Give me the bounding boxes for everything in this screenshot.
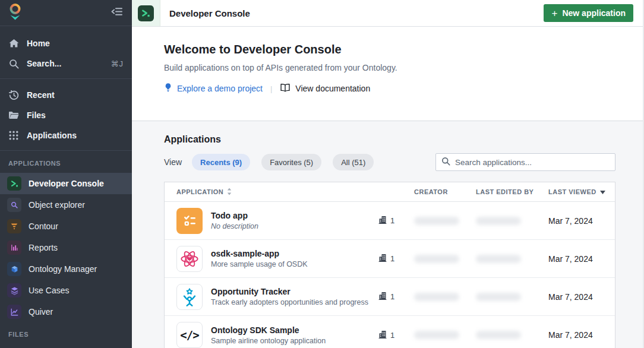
- tab-recents[interactable]: Recents (9): [192, 154, 250, 170]
- sidebar-item-files[interactable]: Files: [0, 105, 132, 125]
- organization-icon: [378, 292, 387, 302]
- sidebar-item-reports[interactable]: Reports: [0, 237, 132, 258]
- sidebar-item-label: Home: [27, 39, 50, 48]
- app-description: More sample usage of OSDK: [211, 260, 308, 268]
- view-label: View: [164, 157, 182, 167]
- sidebar-nav-primary: Home Search... ⌘J: [0, 26, 132, 78]
- organization-count: 1: [378, 292, 414, 302]
- react-atom-icon: [176, 246, 203, 272]
- new-application-button[interactable]: + New application: [544, 4, 633, 22]
- app-description: Track early adopters opportunities and p…: [211, 298, 368, 306]
- last-viewed-date: Mar 7, 2024: [548, 216, 615, 226]
- column-application[interactable]: APPLICATION: [165, 188, 378, 197]
- welcome-subtitle: Build applications on top of APIs genera…: [164, 63, 615, 72]
- sidebar-item-object-explorer[interactable]: Object explorer: [0, 194, 132, 216]
- explore-demo-link[interactable]: Explore a demo project: [164, 83, 263, 94]
- plus-icon: +: [551, 8, 557, 18]
- sidebar-applications-section: APPLICATIONS Developer Console Object ex…: [0, 150, 132, 344]
- search-icon: [441, 157, 450, 168]
- app-description: No description: [211, 222, 258, 230]
- last-viewed-date: Mar 7, 2024: [548, 292, 615, 302]
- app-icon-box: [132, 0, 160, 26]
- contour-icon: [7, 219, 21, 233]
- quiver-icon: [7, 305, 21, 319]
- organization-icon: [378, 330, 387, 340]
- book-icon: [280, 83, 291, 94]
- column-last-viewed[interactable]: LAST VIEWED: [548, 188, 615, 195]
- collapse-sidebar-icon[interactable]: [111, 7, 122, 18]
- link-separator: |: [270, 84, 272, 93]
- column-last-edited-by[interactable]: LAST EDITED BY: [476, 188, 548, 195]
- sort-updown-icon[interactable]: [227, 188, 232, 197]
- table-row[interactable]: osdk-sample-app More sample usage of OSD…: [165, 240, 615, 278]
- sidebar-item-contour[interactable]: Contour: [0, 216, 132, 237]
- ontology-manager-icon: [7, 262, 21, 276]
- sidebar-item-ontology-manager[interactable]: Ontology Manager: [0, 258, 132, 280]
- organization-icon: [378, 216, 387, 226]
- app-name[interactable]: osdk-sample-app: [211, 249, 308, 258]
- organization-count: 1: [378, 216, 414, 226]
- tab-favorites[interactable]: Favorites (5): [261, 154, 321, 170]
- sidebar-item-applications[interactable]: Applications: [0, 125, 132, 145]
- table-row[interactable]: </> Ontology SDK Sample Sample airline o…: [165, 316, 615, 348]
- last-viewed-date: Mar 7, 2024: [548, 330, 615, 340]
- app-name[interactable]: Ontology SDK Sample: [211, 325, 326, 335]
- use-cases-icon: [7, 283, 21, 298]
- sidebar-item-label: Applications: [27, 131, 77, 140]
- main-panel: Developer Console + New application Welc…: [132, 0, 644, 348]
- sidebar-nav-secondary: Recent Files Applications: [0, 78, 132, 150]
- view-documentation-link[interactable]: View documentation: [280, 83, 370, 94]
- table-row[interactable]: Todo app No description 1 Mar 7, 2024: [165, 202, 615, 240]
- sidebar-item-home[interactable]: Home: [0, 33, 132, 53]
- lightbulb-icon: [164, 83, 172, 94]
- app-name[interactable]: Opportunity Tracker: [211, 287, 368, 296]
- redacted-last-edited-by: [476, 217, 521, 225]
- app-header: Developer Console + New application: [132, 0, 643, 27]
- object-explorer-icon: [7, 198, 21, 212]
- todo-checklist-icon: [176, 208, 203, 234]
- applications-search[interactable]: [435, 153, 615, 171]
- column-creator[interactable]: CREATOR: [414, 188, 476, 195]
- search-applications-input[interactable]: [455, 158, 610, 167]
- table-row[interactable]: Opportunity Tracker Track early adopters…: [165, 278, 615, 316]
- page-title: Developer Console: [169, 8, 250, 18]
- sidebar-item-developer-console[interactable]: Developer Console: [0, 173, 132, 194]
- organization-icon: [378, 254, 387, 264]
- sidebar-item-label: Reports: [29, 243, 58, 252]
- tab-all[interactable]: All (51): [333, 154, 374, 170]
- redacted-last-edited-by: [476, 255, 521, 263]
- sidebar-item-recent[interactable]: Recent: [0, 85, 132, 105]
- sidebar-item-label: Object explorer: [29, 200, 85, 210]
- applications-controls: View Recents (9) Favorites (5) All (51): [164, 153, 615, 171]
- organization-count: 1: [378, 330, 414, 340]
- home-icon: [8, 39, 19, 48]
- last-viewed-date: Mar 7, 2024: [548, 254, 615, 264]
- welcome-links: Explore a demo project | View documentat…: [164, 83, 615, 94]
- search-shortcut: ⌘J: [111, 59, 124, 68]
- sidebar-item-search[interactable]: Search... ⌘J: [0, 53, 132, 74]
- grid-icon: [8, 131, 19, 140]
- redacted-last-edited-by: [476, 331, 521, 339]
- sidebar-item-use-cases[interactable]: Use Cases: [0, 280, 132, 301]
- organization-count: 1: [378, 254, 414, 264]
- folder-icon: [8, 111, 19, 119]
- reports-icon: [7, 241, 21, 255]
- welcome-section: Welcome to Developer Console Build appli…: [132, 27, 643, 121]
- applications-section-label: APPLICATIONS: [0, 151, 132, 173]
- redacted-creator: [414, 331, 459, 339]
- code-brackets-icon: </>: [176, 322, 203, 348]
- app-name[interactable]: Todo app: [211, 211, 258, 220]
- sidebar-item-quiver[interactable]: Quiver: [0, 301, 132, 322]
- sidebar-item-label: Search...: [27, 59, 61, 68]
- sidebar: Home Search... ⌘J Recent: [0, 0, 132, 348]
- applications-table: APPLICATION CREATOR LAST EDITED BY LAST …: [164, 182, 615, 348]
- history-icon: [8, 90, 19, 100]
- sidebar-item-label: Contour: [29, 222, 58, 231]
- sort-desc-icon: [600, 188, 605, 195]
- applications-title: Applications: [164, 134, 615, 145]
- table-header: APPLICATION CREATOR LAST EDITED BY LAST …: [165, 182, 615, 202]
- developer-console-app-icon: [138, 5, 154, 21]
- foundry-logo[interactable]: [7, 3, 23, 23]
- sidebar-header: [0, 0, 132, 26]
- sidebar-item-label: Quiver: [29, 307, 53, 317]
